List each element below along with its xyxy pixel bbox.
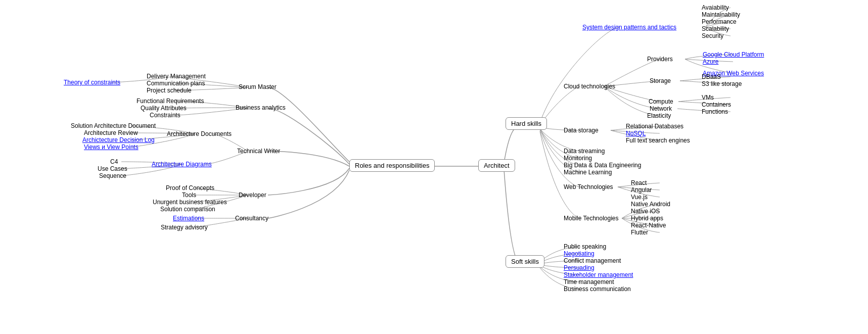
- system-design-patterns[interactable]: System design patterns and tactics: [582, 24, 676, 31]
- machine-learning: Machine Learning: [564, 169, 612, 176]
- soft-skills-box: Soft skills: [506, 255, 544, 268]
- architecture-review: Architecture Review: [84, 129, 138, 136]
- functions: Functions: [702, 108, 728, 115]
- tools: Tools: [182, 192, 196, 199]
- architect-box: Architect: [478, 159, 515, 172]
- roles-responsibilities-label: Roles and responsibilities: [355, 162, 429, 169]
- delivery-management: Delivery Management: [147, 73, 206, 80]
- unurgent-business-features: Unurgent business features: [153, 199, 227, 206]
- data-streaming: Data streaming: [564, 148, 605, 155]
- flutter: Flutter: [631, 229, 648, 236]
- angular: Angular: [631, 186, 652, 194]
- native-ios: Native iOS: [631, 208, 660, 215]
- dbaas: DBaaS: [702, 73, 721, 80]
- architecture-documents: Architecture Documents: [167, 130, 232, 137]
- roles-responsibilities-box: Roles and responsibilities: [349, 159, 435, 172]
- stakeholder-management[interactable]: Stakeholder management: [564, 271, 633, 278]
- nosql[interactable]: NoSQL: [626, 130, 646, 137]
- storage: Storage: [650, 77, 671, 84]
- c4: C4: [110, 158, 118, 165]
- big-data: Big Data & Data Engineering: [564, 162, 641, 169]
- persuading[interactable]: Persuading: [564, 264, 595, 271]
- mindmap-container: Roles and responsibilities Architect Har…: [0, 0, 868, 334]
- views-view-points[interactable]: Views и View Points: [84, 144, 139, 151]
- hybrid-apps: Hybrid apps: [631, 215, 663, 222]
- elasticity: Elasticity: [647, 112, 671, 119]
- azure[interactable]: Azure: [703, 58, 718, 65]
- performance: Performance: [702, 18, 737, 25]
- sequence: Sequence: [99, 172, 126, 179]
- web-technologies: Web Technologies: [564, 183, 613, 190]
- strategy-advisory: Strategy advisory: [161, 224, 208, 231]
- public-speaking: Public speaking: [564, 243, 606, 250]
- proof-of-concepts: Proof of Concepts: [166, 184, 214, 192]
- functional-requirements: Functional Requirements: [136, 98, 204, 105]
- business-communication: Business communication: [564, 285, 631, 293]
- technical-writer: Technical Writer: [237, 148, 280, 155]
- hard-skills-box: Hard skills: [506, 117, 547, 130]
- vuejs: Vue.js: [631, 194, 648, 201]
- relational-databases: Relational Databases: [626, 123, 683, 130]
- estimations[interactable]: Estimations: [173, 215, 204, 222]
- scrum-master: Scrum Master: [239, 83, 277, 90]
- business-analytics: Business analytics: [236, 104, 286, 111]
- communication-plans: Communication plans: [147, 80, 205, 87]
- solution-comparison: Solution comparison: [160, 206, 215, 213]
- maintainability: Maintainability: [702, 11, 740, 18]
- s3-like-storage: S3 like storage: [702, 80, 742, 87]
- full-text-search: Full text search engines: [626, 137, 690, 144]
- theory-of-constraints[interactable]: Theory of constraints: [64, 79, 120, 86]
- native-android: Native Android: [631, 201, 670, 208]
- architecture-diagrams[interactable]: Architecture Diagrams: [152, 161, 212, 168]
- react-native: React-Native: [631, 222, 666, 229]
- vms: VMs: [702, 94, 714, 101]
- architect-label: Architect: [484, 162, 510, 169]
- containers: Containers: [702, 101, 731, 108]
- developer: Developer: [239, 192, 266, 199]
- security: Security: [702, 32, 723, 39]
- mobile-technologies: Mobile Technologies: [564, 215, 619, 222]
- quality-attributes: Quality Attributes: [141, 105, 187, 112]
- network: Network: [650, 105, 672, 112]
- monitoring: Monitoring: [564, 155, 592, 162]
- use-cases: Use Cases: [98, 165, 127, 172]
- conflict-management: Conflict management: [564, 257, 621, 264]
- consultancy: Consultancy: [235, 215, 268, 222]
- compute: Compute: [649, 98, 673, 105]
- avaiability: Avaiability: [702, 4, 729, 11]
- google-cloud-platform[interactable]: Google Cloud Platform: [703, 51, 764, 58]
- architecture-decision-log[interactable]: Archictecture Decision Log: [82, 136, 155, 144]
- soft-skills-label: Soft skills: [511, 258, 539, 265]
- providers: Providers: [647, 56, 673, 63]
- data-storage: Data storage: [564, 127, 599, 134]
- constraints: Constraints: [150, 112, 180, 119]
- cloud-technologies: Cloud technologies: [564, 83, 615, 90]
- solution-architecture-document: Solution Architecture Document: [71, 122, 156, 129]
- time-management: Time management: [564, 278, 614, 285]
- negotiating[interactable]: Negotiating: [564, 250, 595, 257]
- hard-skills-label: Hard skills: [511, 120, 541, 127]
- project-schedule: Project schedule: [147, 87, 192, 94]
- react: React: [631, 179, 647, 186]
- scalability: Scalability: [702, 25, 729, 32]
